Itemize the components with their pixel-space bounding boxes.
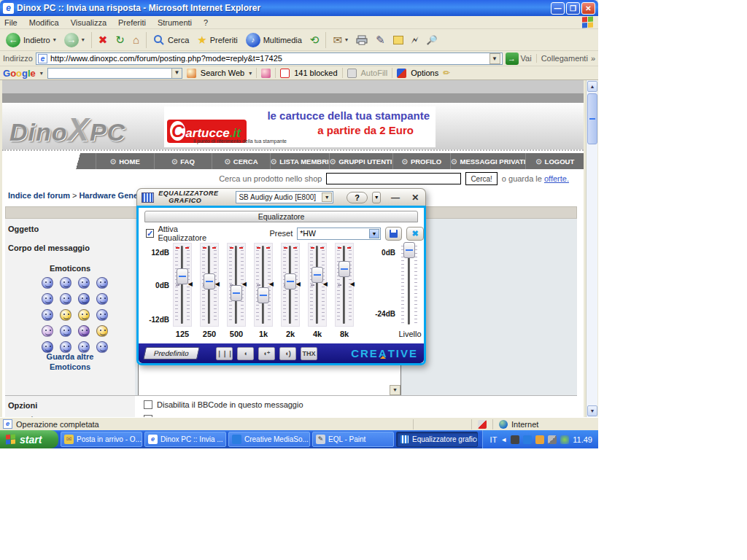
emoticon[interactable] (60, 325, 71, 337)
options-button[interactable]: Options (411, 69, 438, 77)
google-logo[interactable]: Google (3, 68, 36, 79)
autofill-button[interactable]: AutoFill (361, 69, 388, 77)
enable-equalizer-checkbox[interactable]: ✓ (146, 229, 154, 238)
restore-button[interactable]: ❐ (566, 2, 580, 15)
emoticon[interactable] (60, 277, 71, 289)
forward-dropdown-icon[interactable]: ▾ (82, 36, 85, 43)
minimize-button[interactable]: — (551, 2, 565, 15)
highlighter-icon[interactable]: ✏ (443, 66, 450, 79)
eq-band-thumb[interactable] (338, 261, 350, 277)
bbcode-checkbox[interactable] (144, 400, 152, 409)
cartucce-banner[interactable]: le cartucce della tua stampante a partir… (164, 106, 436, 147)
address-input[interactable]: e http://www.dinoxpc.com/forum/posting.p… (36, 52, 503, 65)
display-icon[interactable] (535, 435, 544, 444)
discuss-button[interactable] (390, 34, 406, 46)
emoticon[interactable] (60, 293, 71, 305)
nav-item-home[interactable]: ⊙HOME (96, 153, 154, 169)
shop-search-button[interactable]: Cerca! (465, 172, 497, 185)
google-search-input[interactable]: ▼ (47, 68, 182, 79)
menu-item-strumenti[interactable]: Strumenti (158, 18, 192, 27)
nav-item-profilo[interactable]: ⊙PROFILO (392, 153, 451, 169)
emoticon[interactable] (96, 293, 108, 305)
emoticon[interactable] (42, 309, 53, 321)
stop-button[interactable]: ✖ (96, 32, 111, 48)
mail-button[interactable]: ✉▾ (330, 32, 351, 48)
back-button[interactable]: ← Indietro ▾ (3, 31, 59, 49)
eq-band-thumb[interactable] (258, 287, 269, 303)
eq-band-thumb[interactable] (177, 268, 188, 284)
scroll-down-icon[interactable]: ▼ (587, 405, 597, 416)
equalizer-tab[interactable]: Equalizzatore (144, 211, 418, 222)
emoticon[interactable] (42, 325, 53, 337)
research-button[interactable]: 🔎 (424, 32, 441, 48)
search-button[interactable]: Cerca (150, 33, 192, 47)
scrollbar-thumb[interactable] (587, 93, 597, 144)
emoticon[interactable] (78, 277, 90, 289)
equalizer-mode-icon[interactable]: ❘❘❘ (216, 347, 233, 360)
menu-item-preferiti[interactable]: Preferiti (118, 18, 146, 27)
pagerank-icon[interactable] (261, 69, 271, 78)
task-button-creative[interactable]: Creative MediaSo... (228, 432, 310, 447)
nav-item-listamembri[interactable]: ⊙LISTA MEMBRI (270, 153, 329, 169)
emoticon[interactable] (60, 309, 71, 321)
address-dropdown-icon[interactable]: ▼ (489, 53, 500, 64)
favorites-button[interactable]: ★ Preferiti (194, 32, 240, 48)
help-button[interactable]: ? (347, 192, 368, 203)
nav-item-logout[interactable]: ⊙LOGOUT (525, 153, 584, 169)
task-button-eqi[interactable]: Equalizzatore grafico (396, 432, 478, 447)
page-scrollbar[interactable]: ▲ ▼ (586, 80, 597, 417)
links-toolbar[interactable]: Collegamenti » (536, 54, 595, 63)
graphics-icon[interactable] (548, 435, 557, 444)
emoticon[interactable] (96, 277, 108, 289)
preset-select[interactable]: *HW ▼ (297, 228, 381, 240)
forward-button[interactable]: → ▾ (61, 31, 88, 49)
emoticon[interactable] (78, 293, 90, 305)
volume-icon[interactable] (523, 435, 532, 444)
nav-item-gruppiutenti[interactable]: ⊙GRUPPI UTENTI (329, 153, 392, 169)
preset-dropdown-icon[interactable]: ▼ (369, 229, 379, 238)
menu-item-modifica[interactable]: Modifica (29, 18, 59, 27)
level-slider[interactable] (400, 243, 419, 327)
nav-item-faq[interactable]: ⊙FAQ (154, 153, 212, 169)
emoticon[interactable] (96, 325, 108, 337)
clock[interactable]: 11.49 (573, 435, 592, 444)
help-dropdown-icon[interactable]: ▼ (372, 192, 382, 203)
eq-band-thumb[interactable] (204, 273, 215, 289)
thx-icon[interactable]: THX (301, 347, 317, 360)
offers-link[interactable]: offerte. (544, 174, 569, 183)
google-search-dropdown-icon[interactable]: ▼ (171, 69, 182, 78)
media-button[interactable]: ♪ Multimedia (243, 31, 305, 49)
menu-item-[interactable]: ? (204, 18, 208, 27)
home-button[interactable]: ⌂ (130, 32, 142, 48)
menu-item-file[interactable]: File (4, 18, 18, 27)
equalizer-close-button[interactable]: ✕ (410, 192, 421, 203)
menu-item-visualizza[interactable]: Visualizza (71, 18, 107, 27)
equalizer-minimize-button[interactable]: — (390, 192, 400, 203)
nav-item-messaggiprivati[interactable]: ⊙MESSAGGI PRIVATI (450, 153, 525, 169)
messenger-button[interactable]: 🗲 (409, 32, 422, 48)
privacy-icon[interactable] (478, 420, 487, 429)
history-button[interactable]: ⟲ (307, 32, 322, 48)
breadcrumb-root-link[interactable]: Indice del forum (8, 191, 70, 200)
emoticon[interactable] (78, 325, 90, 337)
links-chevron-icon[interactable]: » (591, 54, 595, 63)
eq-band-thumb[interactable] (285, 273, 296, 289)
default-button[interactable]: Predefinito (143, 347, 200, 359)
start-button[interactable]: start (0, 430, 58, 448)
msn-icon[interactable] (560, 435, 569, 444)
task-button-paint[interactable]: ✎EQL - Paint (312, 432, 394, 447)
tray-app-icon[interactable] (511, 435, 519, 444)
search-web-button[interactable]: Search Web (201, 69, 244, 77)
tray-chevron-icon[interactable]: ◄ (500, 436, 507, 443)
go-button[interactable]: → Vai (506, 52, 532, 65)
task-button-mail[interactable]: ✉Posta in arrivo - O... (61, 432, 142, 447)
nav-item-cerca[interactable]: ⊙CERCA (212, 153, 270, 169)
shop-search-input[interactable] (326, 173, 461, 184)
level-thumb[interactable] (403, 242, 415, 258)
refresh-button[interactable]: ↻ (112, 32, 128, 48)
device-dropdown-icon[interactable]: ▼ (322, 192, 332, 202)
language-indicator[interactable]: IT (490, 435, 498, 444)
speaker-sound-icon[interactable]: ◖) (279, 347, 296, 360)
delete-preset-button[interactable]: ✖ (406, 227, 424, 241)
google-dropdown-icon[interactable]: ▾ (40, 70, 43, 77)
